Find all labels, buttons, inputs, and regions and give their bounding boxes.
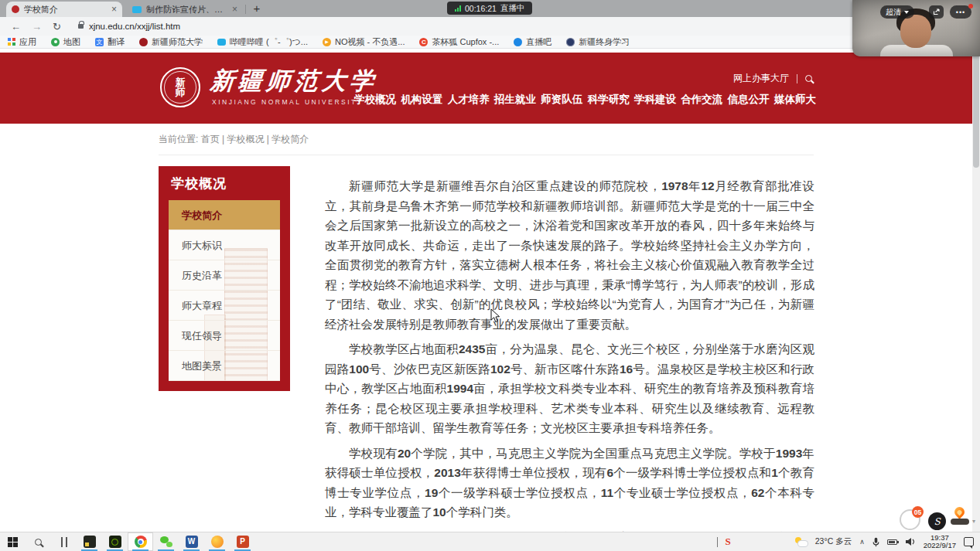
quality-label: 超清 bbox=[886, 7, 901, 18]
recording-status: 直播中 bbox=[500, 3, 525, 14]
app-green-icon bbox=[109, 536, 121, 548]
padlock-icon[interactable] bbox=[78, 24, 84, 29]
tab-title: 学校简介 bbox=[24, 4, 107, 15]
portal-divider bbox=[797, 74, 797, 83]
bookmark-maps[interactable]: 地图 bbox=[51, 36, 80, 48]
microphone-icon[interactable] bbox=[872, 537, 879, 547]
nav-item-research[interactable]: 科学研究 bbox=[588, 93, 630, 107]
hot-label-pill bbox=[951, 519, 969, 525]
tab-title: 制作防诈宣传片、安全守护在身 bbox=[146, 4, 227, 15]
taskbar-chrome[interactable] bbox=[128, 532, 153, 551]
paragraph: 学校现有20个学院，其中，马克思主义学院为全国重点马克思主义学院。学校于1993… bbox=[325, 444, 814, 522]
bookmark-novideo[interactable]: ▶ NO视频 - 不负遇... bbox=[323, 36, 405, 48]
hot-live-button[interactable]: ▾ bbox=[950, 507, 973, 530]
sidebar-item-map[interactable]: 地图美景 bbox=[169, 351, 280, 381]
nav-item-talent[interactable]: 人才培养 bbox=[448, 93, 490, 107]
volume-icon[interactable] bbox=[905, 537, 916, 546]
search-icon[interactable] bbox=[805, 75, 812, 82]
sidebar: 学校概况 学校简介 师大标识 历史沿革 师大章程 现任领导 地图美景 bbox=[159, 166, 290, 391]
more-options-button[interactable]: ••• bbox=[950, 5, 971, 19]
weather-icon[interactable] bbox=[794, 537, 808, 546]
sidebar-item-identity[interactable]: 师大标识 bbox=[169, 230, 280, 260]
cupfox-icon: C bbox=[419, 38, 428, 46]
nav-item-cooperation[interactable]: 合作交流 bbox=[681, 93, 722, 107]
taskbar-app-orange[interactable] bbox=[204, 532, 230, 551]
taskbar-search-button[interactable] bbox=[26, 532, 51, 551]
start-button[interactable] bbox=[0, 532, 26, 551]
more-dots-icon: ••• bbox=[956, 9, 965, 16]
video-quality-button[interactable]: 超清 bbox=[880, 5, 914, 19]
site-header: 新师 新疆师范大学 XINJIANG NORMAL UNIVERSITY 网上办… bbox=[0, 53, 980, 124]
app-orange-icon bbox=[211, 536, 224, 548]
bookmarks-bar: 应用 地图 文 翻译 新疆师范大学 哔哩哔哩 (゜-゜)つ... ▶ NO视频 … bbox=[0, 36, 980, 49]
address-bar: ← → ↻ xjnu.edu.cn/xxjj/list.htm bbox=[0, 17, 980, 36]
apps-grid-icon bbox=[8, 38, 15, 46]
share-button[interactable] bbox=[929, 5, 944, 19]
action-center-icon[interactable] bbox=[964, 537, 974, 546]
bookmark-translate[interactable]: 文 翻译 bbox=[95, 36, 125, 48]
word-icon: W bbox=[186, 536, 198, 548]
taskbar-app-green[interactable] bbox=[102, 532, 128, 551]
flame-icon bbox=[952, 505, 966, 519]
sidebar-item-intro[interactable]: 学校简介 bbox=[169, 200, 280, 230]
university-seal-logo[interactable]: 新师 bbox=[160, 67, 200, 107]
paragraph: 学校教学区占地面积2435亩，分为温泉、昆仑、文光三个校区，分别坐落于水磨沟区观… bbox=[325, 339, 814, 438]
nav-item-media[interactable]: 媒体师大 bbox=[774, 93, 816, 107]
weather-text[interactable]: 23°C 多云 bbox=[815, 536, 852, 547]
sidebar-item-history[interactable]: 历史沿革 bbox=[169, 260, 280, 291]
task-view-button[interactable] bbox=[51, 532, 77, 551]
taskbar: W P S 23°C 多云 ∧ 19:37 2022/9/17 bbox=[0, 532, 980, 551]
nav-item-org[interactable]: 机构设置 bbox=[401, 93, 442, 107]
taskbar-wechat[interactable] bbox=[153, 532, 179, 551]
forward-button[interactable]: → bbox=[32, 21, 42, 32]
refresh-button[interactable]: ↻ bbox=[53, 21, 61, 32]
nav-item-discipline[interactable]: 学科建设 bbox=[634, 93, 676, 107]
university-name-en: XINJIANG NORMAL UNIVERSITY bbox=[212, 98, 364, 106]
screen: 学校简介 × 制作防诈宣传片、安全守护在身 × + 00:16:21 直播中 ←… bbox=[0, 0, 980, 551]
nav-item-overview[interactable]: 学校概况 bbox=[354, 93, 396, 107]
zhibo8-icon bbox=[514, 38, 522, 46]
bilibili-icon bbox=[217, 39, 226, 46]
hidden-icons-chevron[interactable]: ∧ bbox=[859, 538, 865, 546]
sidebar-item-charter[interactable]: 师大章程 bbox=[169, 291, 280, 321]
bookmark-apps[interactable]: 应用 bbox=[8, 36, 36, 48]
clock[interactable]: 19:37 2022/9/17 bbox=[924, 534, 956, 550]
bookmark-lifelong-learning[interactable]: 新疆终身学习 bbox=[566, 36, 630, 48]
bookmark-bilibili[interactable]: 哔哩哔哩 (゜-゜)つ... bbox=[217, 36, 308, 48]
nav-item-admission[interactable]: 招生就业 bbox=[494, 93, 536, 107]
sidebar-item-leaders[interactable]: 现任领导 bbox=[169, 321, 280, 351]
windows-logo-icon bbox=[8, 537, 18, 547]
share-icon bbox=[933, 9, 940, 15]
tab-video[interactable]: 制作防诈宣传片、安全守护在身 × bbox=[127, 2, 243, 17]
floating-app-logo-button[interactable]: S bbox=[928, 512, 946, 530]
bookmark-xjnu[interactable]: 新疆师范大学 bbox=[139, 36, 203, 48]
video-play-icon: ▶ bbox=[323, 38, 331, 46]
tab-close-icon[interactable]: × bbox=[111, 5, 117, 14]
task-view-icon bbox=[61, 537, 67, 547]
taskbar-word[interactable]: W bbox=[179, 532, 204, 551]
back-button[interactable]: ← bbox=[11, 21, 21, 32]
scrollbar-thumb[interactable] bbox=[973, 52, 979, 168]
battery-icon[interactable] bbox=[887, 539, 897, 545]
nav-item-faculty[interactable]: 师资队伍 bbox=[541, 93, 582, 107]
paragraph: 新疆师范大学是新疆维吾尔自治区重点建设的师范院校，1978年12月经教育部批准设… bbox=[325, 176, 814, 334]
address-bar-input[interactable]: xjnu.edu.cn/xxjj/list.htm bbox=[89, 22, 180, 31]
powerpoint-icon: P bbox=[237, 536, 249, 548]
site-favicon-icon bbox=[12, 5, 19, 13]
sidebar-panel: 学校简介 师大标识 历史沿革 师大章程 现任领导 地图美景 bbox=[169, 200, 280, 381]
taskbar-app-dark[interactable] bbox=[77, 532, 102, 551]
bookmark-zhibo8[interactable]: 直播吧 bbox=[514, 36, 551, 48]
bookmark-cupfox[interactable]: C 茶杯狐 Cupfox -... bbox=[419, 36, 499, 48]
taskbar-powerpoint[interactable]: P bbox=[230, 532, 255, 551]
bookmark-label: 新疆师范大学 bbox=[152, 36, 203, 48]
article-body: 新疆师范大学是新疆维吾尔自治区重点建设的师范院校，1978年12月经教育部批准设… bbox=[325, 176, 814, 551]
tab-school-intro[interactable]: 学校简介 × bbox=[6, 2, 122, 17]
tab-close-icon[interactable]: × bbox=[232, 5, 237, 14]
nav-item-info[interactable]: 信息公开 bbox=[728, 93, 770, 107]
caret-down-icon: ▾ bbox=[972, 518, 975, 525]
sidebar-title: 学校概况 bbox=[159, 166, 290, 200]
new-tab-button[interactable]: + bbox=[248, 2, 265, 15]
sogou-input-icon[interactable]: S bbox=[726, 536, 731, 548]
mouse-cursor bbox=[490, 308, 500, 326]
portal-link[interactable]: 网上办事大厅 bbox=[733, 72, 789, 85]
